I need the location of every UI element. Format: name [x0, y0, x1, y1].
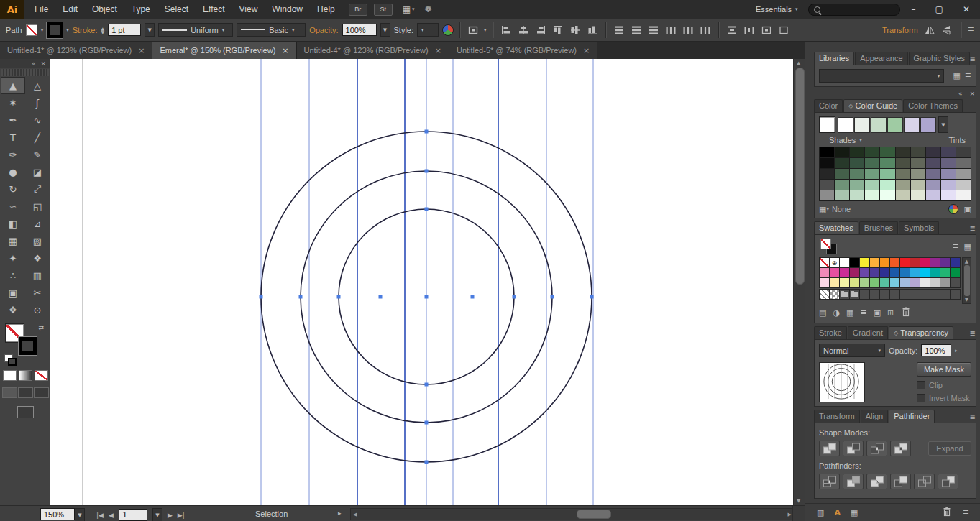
eyedropper-tool[interactable]: ✦ — [1, 249, 25, 267]
scroll-down-icon[interactable]: ▼ — [965, 297, 968, 303]
color-variation-swatch[interactable] — [835, 180, 849, 190]
workspace-switcher[interactable]: Essentials ▾ — [756, 5, 798, 14]
blend-tool[interactable]: ❖ — [25, 249, 50, 267]
color-variation-swatch[interactable] — [956, 190, 971, 200]
color-variation-swatch[interactable] — [835, 169, 849, 179]
draw-behind-button[interactable] — [18, 387, 33, 398]
swatch[interactable] — [910, 268, 920, 277]
swatch[interactable] — [951, 278, 960, 287]
hand-tool[interactable]: ✥ — [1, 301, 25, 318]
color-variation-swatch[interactable] — [835, 190, 849, 200]
color-variation-swatch[interactable] — [880, 158, 894, 168]
artboard-tool[interactable]: ▣ — [1, 284, 25, 301]
color-variation-swatch[interactable] — [850, 169, 864, 179]
color-variation-swatch[interactable] — [850, 158, 864, 168]
swatch[interactable] — [860, 258, 869, 267]
panel-tab-symbols[interactable]: Symbols — [899, 221, 939, 234]
save-color-group-icon[interactable]: ▣ — [964, 205, 971, 214]
dist-bottom-icon[interactable] — [646, 24, 661, 36]
zoom-tool[interactable]: ⊙ — [25, 301, 50, 318]
color-variation-swatch[interactable] — [820, 169, 834, 179]
horizontal-scroll-thumb[interactable] — [577, 510, 611, 519]
swatch-pattern-grid[interactable] — [830, 290, 839, 299]
default-colors-icon[interactable] — [4, 354, 13, 362]
curvature-tool[interactable]: ∿ — [25, 111, 50, 129]
chevron-down-icon[interactable]: ▾ — [41, 27, 44, 33]
tab-close-icon[interactable]: × — [435, 46, 441, 55]
swatch-options-icon[interactable]: ≣ — [860, 308, 866, 318]
panel-grip[interactable] — [1, 69, 49, 76]
color-variation-swatch[interactable] — [956, 169, 971, 179]
swatch-group-folder[interactable] — [840, 290, 849, 299]
scroll-up-icon[interactable]: ▲ — [797, 60, 800, 66]
swatch[interactable] — [930, 278, 940, 287]
color-variation-swatch[interactable] — [956, 147, 971, 157]
harmony-color-swatch[interactable] — [904, 117, 920, 133]
shape-builder-tool[interactable]: ◧ — [1, 215, 25, 232]
color-variation-swatch[interactable] — [896, 169, 910, 179]
swatch[interactable] — [930, 258, 940, 267]
color-variation-swatch[interactable] — [850, 190, 864, 200]
stock-button[interactable]: St — [374, 4, 393, 16]
shape-mode-exclude-button[interactable] — [890, 441, 911, 456]
color-variation-swatch[interactable] — [911, 158, 925, 168]
dist-h-center-icon[interactable] — [681, 24, 695, 36]
magic-wand-tool[interactable]: ✶ — [1, 94, 25, 111]
type-styles-icon[interactable]: A — [834, 508, 841, 517]
eraser-tool[interactable]: ◪ — [25, 163, 50, 180]
swatch[interactable] — [940, 268, 950, 277]
swatch[interactable] — [880, 268, 889, 277]
color-variation-swatch[interactable] — [911, 169, 925, 179]
color-variation-swatch[interactable] — [880, 180, 894, 190]
swatch[interactable] — [910, 278, 920, 287]
panel-menu-icon[interactable]: ≣ — [970, 412, 976, 420]
scroll-down-icon[interactable]: ▼ — [797, 498, 800, 504]
new-swatch-icon[interactable]: ⊞ — [887, 308, 894, 318]
pathfinder-trim-button[interactable] — [843, 474, 864, 489]
color-variation-swatch[interactable] — [956, 158, 971, 168]
stroke-weight-stepper[interactable]: ▲▼ — [101, 27, 105, 34]
color-variation-swatch[interactable] — [941, 190, 956, 200]
grid-view-icon[interactable]: ▦ — [953, 71, 960, 80]
color-variation-swatch[interactable] — [941, 180, 956, 190]
transform-link[interactable]: Transform — [882, 26, 918, 34]
close-panel-icon[interactable]: × — [40, 60, 46, 67]
document-tab-3[interactable]: Untitled-4* @ 123% (RGB/Preview)× — [297, 42, 449, 59]
free-transform-tool[interactable]: ◱ — [25, 198, 50, 215]
swatch[interactable] — [900, 268, 910, 277]
artboards-icon[interactable]: ▦ — [851, 508, 858, 517]
line-segment-tool[interactable]: ╱ — [25, 129, 50, 146]
color-variation-swatch[interactable] — [926, 169, 940, 179]
chevron-down-icon[interactable]: ▾ — [66, 27, 69, 33]
menu-select[interactable]: Select — [157, 0, 196, 19]
mesh-tool[interactable]: ▦ — [1, 232, 25, 249]
delete-icon[interactable] — [941, 507, 953, 519]
direct-selection-tool[interactable]: △ — [25, 77, 50, 94]
stroke-weight-dropdown[interactable]: ▼ — [145, 23, 155, 37]
document-tab-1[interactable]: Untitled-1* @ 123% (RGB/Preview)× — [0, 42, 152, 59]
color-variation-swatch[interactable] — [865, 158, 879, 168]
share-icon[interactable]: ❁ — [425, 4, 432, 14]
stroke-weight-input[interactable]: 1 pt — [108, 24, 141, 36]
last-artboard-icon[interactable]: ▶| — [178, 512, 185, 519]
swatch[interactable] — [951, 258, 960, 267]
lasso-tool[interactable]: ʃ — [25, 94, 50, 111]
color-variation-swatch[interactable] — [865, 180, 879, 190]
swatch[interactable] — [860, 268, 869, 277]
clip-checkbox[interactable]: Clip — [917, 381, 971, 389]
panel-tab-color-themes[interactable]: Color Themes — [903, 99, 963, 112]
fill-color-swatch[interactable] — [26, 24, 37, 36]
next-artboard-icon[interactable]: ▶ — [168, 512, 173, 519]
collapse-group-icon[interactable]: « — [958, 90, 963, 97]
limit-color-group-icon[interactable]: ▦ — [819, 205, 826, 214]
pen-tool[interactable]: ✒ — [1, 111, 25, 129]
minimize-button[interactable]: – — [912, 4, 916, 14]
expand-button[interactable]: Expand — [928, 441, 971, 456]
perspective-grid-tool[interactable]: ⊿ — [25, 215, 50, 232]
swatch[interactable] — [870, 278, 879, 287]
close-button[interactable]: ✕ — [963, 4, 970, 14]
swatch[interactable] — [910, 258, 920, 267]
swatch[interactable] — [850, 258, 859, 267]
color-variation-swatch[interactable] — [820, 180, 834, 190]
shape-mode-minus-front-button[interactable] — [843, 441, 864, 456]
